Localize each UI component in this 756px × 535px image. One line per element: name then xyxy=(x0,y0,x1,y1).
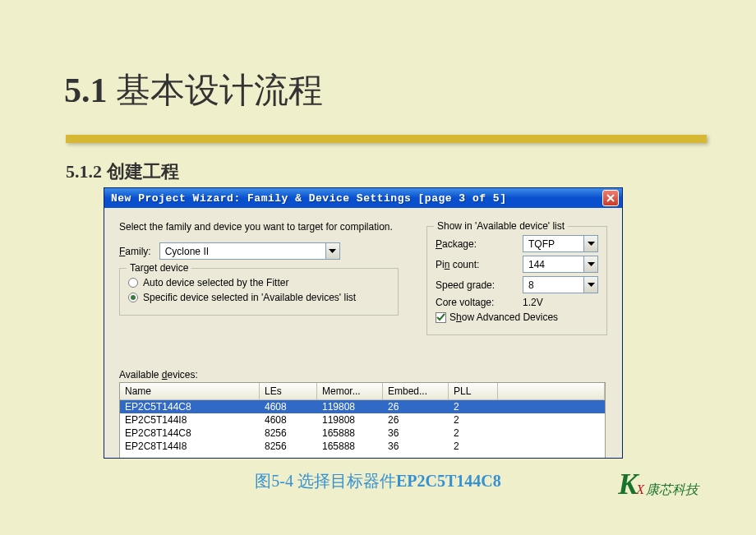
table-cell: 2 xyxy=(449,400,498,413)
check-icon xyxy=(436,313,445,322)
table-cell: 165888 xyxy=(317,427,383,440)
table-cell: 8256 xyxy=(260,427,317,440)
show-advanced-checkbox[interactable] xyxy=(436,312,446,323)
family-label: Family: xyxy=(119,246,151,257)
col-memory[interactable]: Memor... xyxy=(317,383,383,399)
family-value: Cyclone II xyxy=(165,246,209,257)
target-device-group: Target device Auto device selected by th… xyxy=(119,268,399,316)
pin-count-row: Pin count: 144 xyxy=(436,256,598,273)
package-value: TQFP xyxy=(528,238,555,250)
slide: 5.1 基本设计流程 5.1.2 创建工程 New Project Wizard… xyxy=(0,0,756,535)
logo-k: K xyxy=(618,469,638,499)
logo-text: 康芯科技 xyxy=(646,482,698,499)
table-cell: 4608 xyxy=(260,413,317,427)
target-device-legend: Target device xyxy=(127,262,191,274)
core-voltage-row: Core voltage: 1.2V xyxy=(436,297,598,308)
table-row[interactable]: EP2C5T144I84608119808262 xyxy=(120,413,605,427)
logo-x: X xyxy=(636,482,644,497)
table-row[interactable]: EP2C5T144C84608119808262 xyxy=(120,400,605,413)
grid-header: Name LEs Memor... Embed... PLL xyxy=(120,383,605,400)
table-cell: EP2C5T144I8 xyxy=(120,413,260,427)
pin-count-combo[interactable]: 144 xyxy=(523,256,598,273)
available-devices-label: Available devices: xyxy=(119,369,198,380)
dialog-body: Select the family and device you want to… xyxy=(104,208,622,458)
table-cell: 26 xyxy=(383,413,449,427)
radio-specific-row[interactable]: Specific device selected in 'Available d… xyxy=(128,292,390,303)
dialog-titlebar[interactable]: New Project Wizard: Family & Device Sett… xyxy=(104,188,622,208)
chevron-down-icon xyxy=(583,277,597,293)
package-label: Package: xyxy=(436,238,477,250)
speed-grade-label: Speed grade: xyxy=(436,279,495,291)
table-cell: 119808 xyxy=(317,400,383,413)
col-les[interactable]: LEs xyxy=(260,383,317,399)
speed-grade-value: 8 xyxy=(528,279,534,291)
radio-auto-row[interactable]: Auto device selected by the Fitter xyxy=(128,277,390,288)
divider xyxy=(66,135,707,143)
table-row[interactable]: EP2C8T144C88256165888362 xyxy=(120,427,605,440)
radio-specific-label: Specific device selected in 'Available d… xyxy=(143,292,356,303)
table-cell: 2 xyxy=(449,413,498,427)
col-spare[interactable] xyxy=(498,383,605,399)
table-cell: 4608 xyxy=(260,400,317,413)
table-cell: 36 xyxy=(383,427,449,440)
available-devices-grid[interactable]: Name LEs Memor... Embed... PLL EP2C5T144… xyxy=(119,382,606,459)
table-cell: EP2C5T144C8 xyxy=(120,400,260,413)
table-cell: EP2C8T144C8 xyxy=(120,427,260,440)
close-button[interactable] xyxy=(602,190,619,206)
col-pll[interactable]: PLL xyxy=(449,383,498,399)
radio-auto[interactable] xyxy=(128,278,138,288)
table-cell: 119808 xyxy=(317,413,383,427)
table-cell: 8256 xyxy=(260,440,317,453)
show-advanced-row[interactable]: Show Advanced Devices xyxy=(436,311,598,323)
core-voltage-label: Core voltage: xyxy=(436,297,494,308)
slide-subheading: 5.1.2 创建工程 xyxy=(66,159,179,184)
family-combo[interactable]: Cyclone II xyxy=(159,242,340,260)
table-cell: EP2C8T144I8 xyxy=(120,440,260,453)
new-project-wizard-dialog: New Project Wizard: Family & Device Sett… xyxy=(104,187,623,459)
close-icon xyxy=(606,194,615,202)
chevron-down-icon xyxy=(583,236,597,251)
grid-body: EP2C5T144C84608119808262EP2C5T144I846081… xyxy=(120,400,605,459)
show-in-list-legend: Show in 'Available device' list xyxy=(434,220,568,232)
package-combo[interactable]: TQFP xyxy=(523,235,598,252)
show-advanced-label: Show Advanced Devices xyxy=(449,311,558,323)
radio-specific[interactable] xyxy=(128,293,138,302)
table-cell: 26 xyxy=(383,400,449,413)
company-logo: K X 康芯科技 xyxy=(618,469,698,499)
table-cell: 165888 xyxy=(317,440,383,453)
subheading-text: 创建工程 xyxy=(107,161,179,182)
table-row[interactable]: EP2C8T144I88256165888362 xyxy=(120,440,605,453)
left-area: Family: Cyclone II Target device Auto de… xyxy=(119,242,399,316)
core-voltage-value: 1.2V xyxy=(523,297,598,308)
chevron-down-icon xyxy=(583,256,597,272)
table-cell: 36 xyxy=(383,440,449,453)
heading-text: 基本设计流程 xyxy=(116,71,323,109)
speed-grade-combo[interactable]: 8 xyxy=(523,276,598,293)
dialog-title: New Project Wizard: Family & Device Sett… xyxy=(111,192,506,205)
show-in-list-group: Show in 'Available device' list Package:… xyxy=(426,226,607,335)
speed-grade-row: Speed grade: 8 xyxy=(436,276,598,293)
chevron-down-icon xyxy=(325,243,339,259)
col-embedded[interactable]: Embed... xyxy=(383,383,449,399)
pin-count-value: 144 xyxy=(528,259,545,270)
col-name[interactable]: Name xyxy=(120,383,260,399)
package-row: Package: TQFP xyxy=(436,235,598,252)
table-cell: 2 xyxy=(449,427,498,440)
family-row: Family: Cyclone II xyxy=(119,242,399,260)
heading-number: 5.1 xyxy=(64,71,108,109)
pin-count-label: Pin count: xyxy=(436,259,479,270)
radio-auto-label: Auto device selected by the Fitter xyxy=(143,277,288,288)
slide-heading: 5.1 基本设计流程 xyxy=(64,67,323,113)
subheading-number: 5.1.2 xyxy=(66,161,102,182)
table-cell: 2 xyxy=(449,440,498,453)
